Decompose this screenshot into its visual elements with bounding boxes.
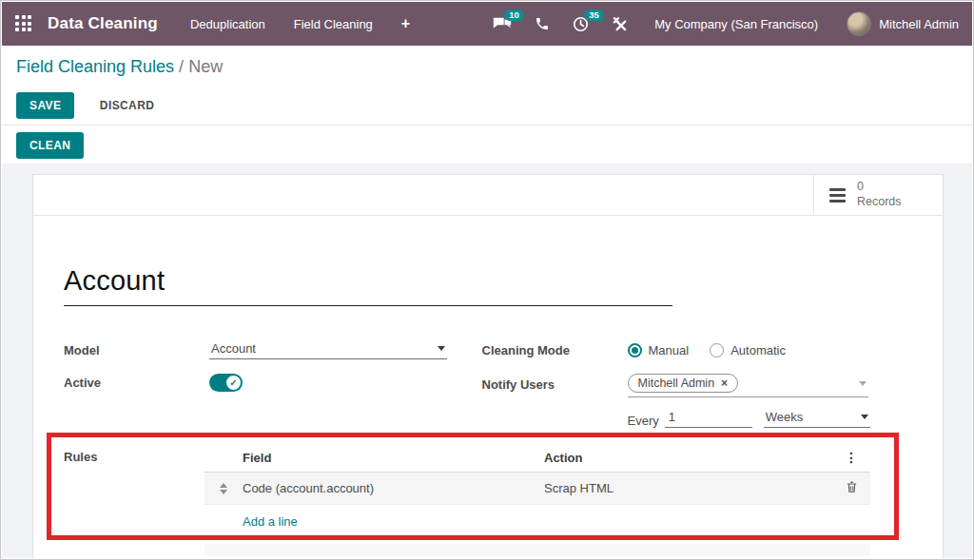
model-label: Model: [64, 343, 209, 357]
radio-selected-icon: [628, 343, 642, 357]
row-action-value[interactable]: Scrap HTML: [544, 481, 832, 495]
statusbar: CLEAN: [16, 132, 84, 159]
drag-handle-icon[interactable]: [220, 483, 227, 494]
interval-row: Every 1 Weeks: [628, 409, 901, 428]
remove-tag-icon[interactable]: ×: [721, 377, 728, 390]
radio-manual-label: Manual: [649, 343, 690, 357]
column-field[interactable]: Field: [243, 451, 544, 465]
records-label: Records: [857, 195, 902, 208]
form-sheet: 0 Records Account Model Account Active: [32, 174, 944, 558]
interval-number-input[interactable]: 1: [665, 409, 752, 428]
row-field-value[interactable]: Code (account.account): [243, 481, 544, 495]
clean-button[interactable]: CLEAN: [16, 132, 84, 159]
phone-icon: [535, 16, 550, 31]
radio-unselected-icon: [710, 343, 724, 357]
chevron-down-icon: [861, 415, 868, 419]
rules-table: Field Action ⋮ Code (account.account) Sc…: [205, 444, 870, 556]
table-footer: [205, 544, 870, 556]
trash-icon: [846, 480, 858, 493]
rules-label: Rules: [64, 444, 205, 556]
add-a-line-link[interactable]: Add a line: [243, 514, 298, 529]
rules-table-header: Field Action ⋮: [205, 444, 870, 473]
notify-users-label: Notify Users: [482, 377, 628, 392]
activities-button[interactable]: 35: [573, 16, 589, 32]
add-menu-icon[interactable]: +: [401, 15, 410, 32]
notify-users-input[interactable]: Mitchell Admin ×: [628, 372, 868, 397]
tools-icon: [612, 16, 628, 32]
breadcrumb-current: New: [188, 57, 223, 76]
active-toggle[interactable]: ✓: [209, 374, 243, 392]
notify-user-tag[interactable]: Mitchell Admin ×: [628, 374, 739, 393]
breadcrumb-parent[interactable]: Field Cleaning Rules: [16, 57, 174, 76]
record-name-input[interactable]: Account: [64, 265, 672, 306]
systray: 10 35 My Company (San Francisco) Mitchel…: [470, 11, 959, 36]
user-avatar: [847, 11, 871, 36]
records-count: 0: [857, 180, 864, 193]
table-row[interactable]: Code (account.account) Scrap HTML: [205, 473, 870, 505]
records-stat-button[interactable]: 0 Records: [813, 175, 943, 215]
sheet-header: 0 Records: [33, 175, 943, 216]
user-name: Mitchell Admin: [879, 17, 959, 31]
column-action[interactable]: Action: [544, 451, 832, 465]
radio-automatic-label: Automatic: [730, 343, 786, 357]
save-button[interactable]: SAVE: [16, 92, 74, 119]
delete-row-button[interactable]: [846, 480, 858, 493]
radio-manual[interactable]: Manual: [628, 343, 690, 357]
active-label: Active: [64, 376, 209, 390]
voip-button[interactable]: [535, 16, 550, 31]
messages-badge: 10: [504, 10, 524, 22]
form-left-column: Model Account Active ✓: [64, 339, 482, 428]
top-navbar: Data Cleaning Deduplication Field Cleani…: [2, 2, 972, 46]
form-right-column: Cleaning Mode Manual Automatic Notify Us: [482, 339, 901, 428]
radio-automatic[interactable]: Automatic: [710, 343, 786, 357]
menu-deduplication[interactable]: Deduplication: [190, 17, 265, 31]
breadcrumb-separator: /: [179, 57, 184, 76]
menu-field-cleaning[interactable]: Field Cleaning: [294, 17, 373, 31]
optional-columns-icon[interactable]: ⋮: [845, 450, 858, 465]
model-value: Account: [211, 341, 256, 356]
activities-badge: 35: [584, 10, 604, 22]
messages-button[interactable]: 10: [493, 16, 512, 32]
notify-user-tag-label: Mitchell Admin: [638, 377, 715, 390]
user-menu[interactable]: Mitchell Admin: [847, 11, 959, 36]
cleaning-mode-group: Manual Automatic: [628, 343, 786, 357]
breadcrumb: Field Cleaning Rules / New: [16, 57, 223, 77]
model-select[interactable]: Account: [209, 340, 447, 359]
company-switcher[interactable]: My Company (San Francisco): [654, 17, 818, 31]
debug-button[interactable]: [612, 16, 628, 32]
sheet-body: Account Model Account Active ✓: [33, 216, 943, 558]
interval-period-value: Weeks: [766, 410, 804, 424]
panel-divider: [1, 125, 973, 126]
interval-period-select[interactable]: Weeks: [764, 409, 870, 428]
cleaning-mode-label: Cleaning Mode: [482, 343, 628, 357]
chevron-down-icon: [859, 381, 867, 386]
rules-section: Rules Field Action ⋮ Code (account.accou…: [64, 444, 900, 556]
form-buttons: SAVE DISCARD: [16, 92, 167, 119]
records-list-icon: [829, 188, 846, 203]
app-title[interactable]: Data Cleaning: [48, 14, 158, 33]
add-line-row: Add a line: [205, 505, 870, 538]
discard-button[interactable]: DISCARD: [87, 92, 167, 119]
form-fields: Model Account Active ✓ Cleaning Mode: [64, 339, 900, 428]
apps-menu-icon[interactable]: [15, 15, 32, 32]
record-name-value: Account: [64, 265, 165, 296]
chevron-down-icon: [438, 346, 445, 351]
every-label: Every: [628, 414, 659, 428]
check-icon: ✓: [226, 376, 241, 390]
